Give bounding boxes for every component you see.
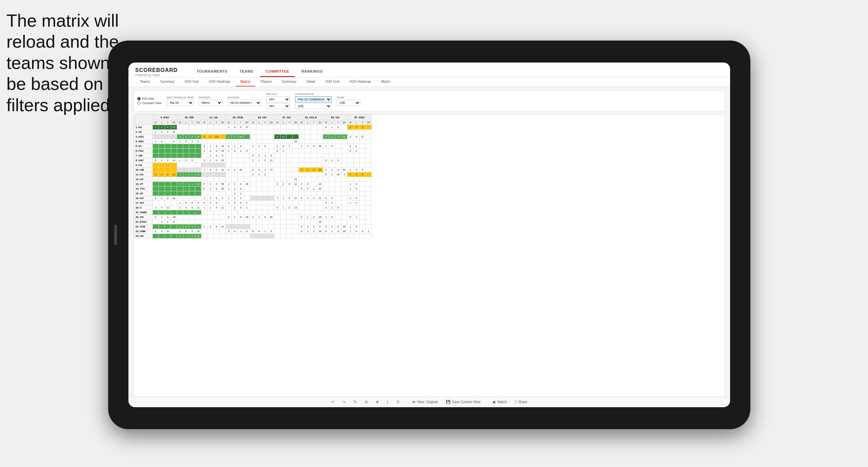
sh-ucb-d: Dif <box>244 120 250 125</box>
zoom-in-button[interactable]: ⊕ <box>373 399 382 405</box>
bottom-toolbar: ↩ ↪ ↻ ⊖ ⊕ | ⏱ <box>128 396 730 407</box>
matrix-container[interactable]: 3. ASU 10. UW 11. UA 22. UCB 24. UO 27. … <box>134 114 725 401</box>
region-select[interactable]: N/A East West <box>266 96 290 102</box>
table-row: 8. UAF 01014 120 01015 11011 010 <box>134 158 372 163</box>
team-label: 21. ETSU <box>134 220 153 224</box>
sh-asu-t: T <box>165 120 171 125</box>
nav-tournaments[interactable]: TOURNAMENTS <box>191 67 233 77</box>
nav-rankings[interactable]: RANKINGS <box>296 67 328 77</box>
division-select[interactable]: NCAA Division I NCAA Division II NCAA Di… <box>227 100 261 106</box>
subnav-detail[interactable]: Detail <box>302 77 320 87</box>
col-header-ucb: 22. UCB <box>226 115 250 120</box>
sh-uu-l: L <box>329 120 335 125</box>
subnav-matrix[interactable]: Matrix <box>236 77 255 87</box>
sh-uu-t: T <box>335 120 341 125</box>
max-teams-label: Max teams in view <box>167 96 194 99</box>
gender-label: Gender <box>199 96 222 99</box>
max-teams-select[interactable]: Top 25 Top 10 Top 50 <box>167 100 194 106</box>
col-header-ua: 11. UA <box>201 115 226 120</box>
team-label: 3. ASU <box>134 134 153 139</box>
sh-uw-w: W <box>177 120 183 125</box>
view-original-button[interactable]: 👁 View: Original <box>409 399 441 405</box>
watch-label: Watch <box>497 400 507 404</box>
sh-uu-d: Dif <box>341 120 347 125</box>
zoom-in-icon: ⊕ <box>376 400 379 404</box>
team-label: 24. UO <box>134 234 153 239</box>
save-custom-view-button[interactable]: 💾 Save Custom View <box>443 399 483 405</box>
view-icon: 👁 <box>412 400 416 404</box>
table-row: 20. UG 010-38 01023 11040 01019 10 01 <box>134 215 372 220</box>
team-filter: Team (All) <box>337 96 360 106</box>
clock-icon: ⏱ <box>396 400 400 404</box>
conference-sub-select[interactable]: (All) <box>295 103 332 109</box>
full-view-label: Full View <box>142 97 154 100</box>
table-row: 24. UO 02029 <box>134 234 372 239</box>
table-row: 10. UW 13011 3032 04172 21066 12051 145 <box>134 168 372 172</box>
share-button[interactable]: ⤴ Share <box>512 399 530 405</box>
region-label: Region <box>266 93 290 96</box>
team-label: 7. UM <box>134 153 153 158</box>
compact-view-option[interactable]: Compact View <box>137 101 162 105</box>
region-sub-select[interactable]: N/A <box>266 103 290 109</box>
redo-button[interactable]: ↪ <box>340 399 348 405</box>
sh-uo-w: W <box>250 120 256 125</box>
team-label: 18. U <box>134 205 153 210</box>
subnav-summary[interactable]: Summary <box>155 77 179 87</box>
toolbar-center: 👁 View: Original 💾 Save Custom View <box>409 399 483 405</box>
view-original-label: View: Original <box>417 400 438 404</box>
sh-ucb-t: T <box>238 120 244 125</box>
subnav-players[interactable]: Players <box>256 77 276 87</box>
watch-button[interactable]: ◉ Watch <box>490 399 509 405</box>
subnav-h2h-grid[interactable]: H2H Grid <box>180 77 203 87</box>
full-view-radio[interactable] <box>137 97 141 100</box>
sh-su-w: W <box>274 120 281 125</box>
team-label: 22. UCB <box>134 224 153 229</box>
subnav-h2h-grid2[interactable]: H2H Grid <box>320 77 344 87</box>
zoom-out-icon: ⊖ <box>365 400 368 404</box>
max-teams-filter: Max teams in view Top 25 Top 10 Top 50 <box>167 96 194 106</box>
subnav-h2h-heatmap[interactable]: H2H Heatmap <box>204 77 235 87</box>
sh-ua-w: W <box>201 120 208 125</box>
table-row: 14. TTU 02030 120 02129 10 <box>134 187 372 191</box>
subnav-matrix2[interactable]: Matrix <box>377 77 395 87</box>
col-header-asu: 3. ASU <box>153 115 177 120</box>
sh-uu-w: W <box>323 120 329 125</box>
subnav-summary2[interactable]: Summary <box>277 77 301 87</box>
sh-osu-t: T <box>360 120 366 125</box>
team-label: 23. UNM <box>134 229 153 234</box>
table-row: 19. TAMU <box>134 210 372 215</box>
team-label: 20. UG <box>134 215 153 220</box>
subnav-h2h-heatmap2[interactable]: H2H Heatmap <box>345 77 376 87</box>
col-header-uu: 54. UU <box>323 115 347 120</box>
sh-ucla-w: W <box>299 120 305 125</box>
team-select[interactable]: (All) <box>337 100 360 106</box>
table-row: 18. U 2011 10011 11011 101 01013 015 <box>134 205 372 210</box>
gender-select[interactable]: Men's Women's <box>199 100 222 106</box>
conference-select[interactable]: Pac-12 Conference (All) ACC Big Ten <box>295 96 332 102</box>
refresh-button[interactable]: ↻ <box>351 399 359 405</box>
compact-view-radio[interactable] <box>137 101 141 105</box>
col-header-osu: 57. OSU <box>347 115 372 120</box>
sh-ucb-w: W <box>226 120 232 125</box>
save-custom-label: Save Custom View <box>452 400 480 404</box>
sh-asu-d: Dif <box>171 120 177 125</box>
subnav-teams[interactable]: Teams <box>135 77 154 87</box>
full-view-option[interactable]: Full View <box>137 97 162 100</box>
team-label: 15. UF <box>134 191 153 196</box>
clock-button[interactable]: ⏱ <box>393 399 403 405</box>
sh-uo-d: Dif <box>268 120 274 125</box>
table-row: 11. UA 01016 01010 340 03201 145 <box>134 172 372 177</box>
watch-icon: ◉ <box>492 400 496 404</box>
nav-teams[interactable]: TEAMS <box>234 67 259 77</box>
nav-committee[interactable]: COMMITTEE <box>260 67 295 77</box>
undo-button[interactable]: ↩ <box>329 399 337 405</box>
app-header: SCOREBOARD Powered by clippd TOURNAMENTS… <box>128 63 730 77</box>
col-header-uo: 24. UO <box>250 115 274 120</box>
table-row: 22. UCB 1303 14012 0103 02044 10 <box>134 224 372 229</box>
table-row: 1. AU 12023 20027 010 010 <box>134 125 372 130</box>
region-filter: Region N/A East West N/A <box>266 93 290 109</box>
zoom-out-button[interactable]: ⊖ <box>362 399 370 405</box>
logo-area: SCOREBOARD Powered by clippd <box>135 67 178 77</box>
app-logo-sub: Powered by clippd <box>135 73 178 77</box>
matrix-table: 3. ASU 10. UW 11. UA 22. UCB 24. UO 27. … <box>134 115 372 239</box>
